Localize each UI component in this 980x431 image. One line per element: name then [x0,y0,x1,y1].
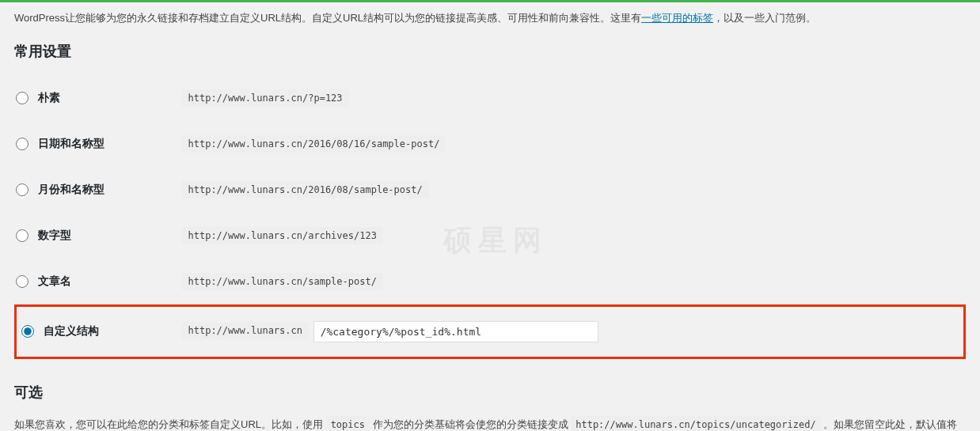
plain-radio[interactable] [16,92,28,104]
post-name-label: 文章名 [38,274,71,289]
date-name-label: 日期和名称型 [38,137,104,151]
optional-title: 可选 [14,383,966,402]
intro-text: WordPress让您能够为您的永久链接和存档建立自定义URL结构。自定义URL… [14,10,966,26]
numeric-label: 数字型 [38,229,71,243]
optional-desc-mid: 作为您的分类基础将会使您的分类链接变成 [370,418,571,430]
intro-after: ，以及一些入门范例。 [713,12,816,24]
month-name-label: 月份和名称型 [38,183,104,197]
intro-before: WordPress让您能够为您的永久链接和存档建立自定义URL结构。自定义URL… [14,12,641,24]
custom-label: 自定义结构 [44,324,99,338]
custom-structure-input[interactable] [313,321,598,342]
post-name-example: http://www.lunars.cn/sample-post/ [182,273,383,290]
optional-code-url: http://www.lunars.cn/topics/uncategorize… [571,416,820,432]
custom-prefix: http://www.lunars.cn [182,322,310,339]
plain-example: http://www.lunars.cn/?p=123 [182,89,349,107]
available-tags-link[interactable]: 一些可用的标签 [641,12,713,24]
optional-description: 如果您喜欢，您可以在此给您的分类和标签自定义URL。比如，使用 topics 作… [14,416,966,432]
month-name-radio[interactable] [16,183,28,196]
numeric-example: http://www.lunars.cn/archives/123 [182,227,383,244]
post-name-radio[interactable] [16,275,28,288]
numeric-radio[interactable] [16,229,28,242]
optional-desc-before: 如果您喜欢，您可以在此给您的分类和标签自定义URL。比如，使用 [14,418,326,430]
date-name-radio[interactable] [16,138,28,150]
month-name-example: http://www.lunars.cn/2016/08/sample-post… [182,181,429,198]
custom-radio[interactable] [21,325,34,338]
common-settings-title: 常用设置 [14,42,966,61]
plain-label: 朴素 [38,91,60,105]
optional-code-topics: topics [326,416,370,432]
date-name-example: http://www.lunars.cn/2016/08/16/sample-p… [182,135,446,153]
